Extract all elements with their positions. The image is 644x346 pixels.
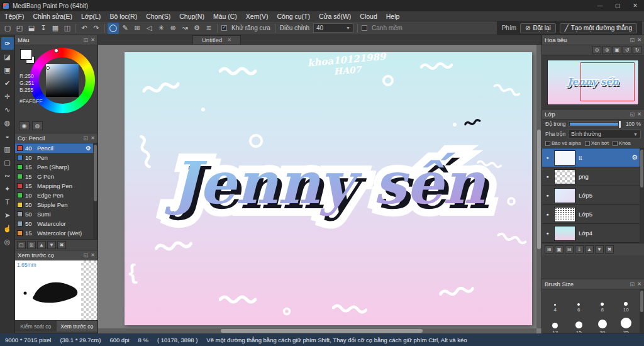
canvas-viewport[interactable]: { khoa10121989 HA07 [98, 45, 541, 333]
menu-edit[interactable]: Chỉnh sửa(E) [29, 11, 77, 21]
menu-layer[interactable]: Lớp(L) [77, 11, 105, 21]
operation-tool-icon[interactable]: ➤ [1, 209, 14, 221]
tab-brush-control[interactable]: Kiểm soát cọ [15, 320, 57, 332]
delete-layer-icon[interactable]: ✖ [605, 245, 614, 254]
float-panel-icon[interactable]: ◱ [84, 252, 89, 258]
close-panel-icon[interactable]: ✕ [91, 135, 95, 141]
float-panel-icon[interactable]: ◱ [630, 111, 635, 117]
lock-checkbox[interactable]: Khóa [613, 140, 631, 146]
layer-row[interactable]: ● Lớp5 [542, 205, 644, 224]
menu-file[interactable]: Tệp(F) [0, 11, 29, 21]
layer-visibility-icon[interactable]: ● [544, 155, 551, 160]
brush-row[interactable]: 15 Watercolor (Wet) [15, 228, 97, 238]
brush-size-option[interactable]: 4 [543, 291, 567, 313]
brush-size-option[interactable]: 6 [567, 291, 591, 313]
color-bar-mode-icon[interactable]: ◍ [32, 121, 43, 130]
brush-tool-icon[interactable]: ✑ [1, 37, 14, 50]
move-brush-up-icon[interactable]: ▲ [37, 241, 46, 249]
draw-line-button[interactable]: ╱ Tạo một đường thẳng [560, 23, 637, 33]
brush-row[interactable]: 15 G Pen [15, 172, 97, 181]
brush-row[interactable]: 50 Stipple Pen [15, 200, 97, 209]
menu-color[interactable]: Màu (C) [209, 11, 242, 21]
snap-parallel-icon[interactable]: ✳ [155, 23, 167, 34]
protect-alpha-checkbox[interactable]: Bảo vệ alpha [545, 140, 581, 146]
fill-tool-icon[interactable]: ◍ [1, 116, 14, 129]
snap-more-icon[interactable]: ≋ [203, 23, 214, 34]
eraser-tool-icon[interactable]: ◪ [1, 50, 14, 63]
save-file-icon[interactable]: ⬓ [26, 23, 37, 34]
brush-size-option[interactable]: 8 [591, 291, 614, 313]
bucket-tool-icon[interactable]: ◒ [1, 130, 14, 142]
color-wheel-mode-icon[interactable]: ◉ [19, 121, 30, 130]
move-tool-icon[interactable]: ✛ [1, 90, 14, 103]
brush-size-value[interactable]: 1.65mm [17, 262, 36, 268]
float-panel-icon[interactable]: ◱ [84, 37, 89, 43]
opacity-slider-thumb[interactable] [618, 120, 621, 128]
layer-row[interactable]: ● tt ⚙ [542, 148, 644, 167]
close-panel-icon[interactable]: ✕ [91, 37, 95, 43]
brush-size-option[interactable]: 12 [543, 313, 567, 333]
brush-size-scrollbar[interactable] [640, 289, 644, 333]
layer-visibility-icon[interactable]: ● [544, 193, 551, 198]
snap-vanishing-icon[interactable]: ⊛ [167, 23, 179, 34]
brush-list-scrollbar[interactable] [93, 143, 97, 239]
brush-size-option[interactable]: 25 [614, 313, 638, 333]
menu-tools[interactable]: Công cụ(T) [272, 11, 314, 21]
maximize-button[interactable]: ▢ [609, 0, 626, 11]
opacity-slider[interactable] [569, 121, 621, 127]
rotate-right-icon[interactable]: ↻ [633, 46, 641, 54]
close-tab-icon[interactable]: ✕ [227, 37, 231, 43]
saturation-indicator[interactable] [46, 66, 50, 70]
color-saturation-square[interactable] [46, 64, 79, 97]
grid-view-icon[interactable]: ▦ [50, 23, 61, 34]
new-layer-icon[interactable]: ⊞ [545, 245, 553, 254]
close-panel-icon[interactable]: ✕ [91, 252, 95, 258]
adjust-dropdown[interactable]: 40 ▼ [313, 23, 353, 33]
curve-tool-icon[interactable]: ∿ [1, 103, 14, 116]
menu-cloud[interactable]: Cloud [355, 11, 381, 21]
brush-row[interactable]: 15 Mapping Pen [15, 181, 97, 191]
select-tool-icon[interactable]: ▢ [1, 156, 14, 169]
brush-row[interactable]: 50 Watercolor [15, 219, 97, 228]
canvas-horizontal-scrollbar[interactable] [98, 328, 536, 333]
menu-window[interactable]: Cửa sổ(W) [314, 11, 355, 21]
brush-row[interactable]: 10 Pen [15, 153, 97, 162]
rotate-left-icon[interactable]: ↺ [623, 46, 631, 54]
float-panel-icon[interactable]: ◱ [84, 135, 89, 141]
circle-tool-icon[interactable]: ◯ [108, 23, 119, 34]
snap-settings-icon[interactable]: ⚙ [191, 23, 203, 34]
brush-row[interactable]: 10 Edge Pen [15, 191, 97, 200]
layer-row[interactable]: ● png [542, 167, 644, 186]
new-folder-icon[interactable]: ▣ [555, 245, 564, 254]
menu-snap[interactable]: Chụp(N) [175, 11, 209, 21]
zoom-tool-icon[interactable]: ◎ [1, 235, 14, 248]
new-brush-icon[interactable]: ▢ [17, 241, 26, 249]
clipping-checkbox[interactable]: Xén bớt [585, 140, 609, 146]
brush-row[interactable]: 15 Pen (Sharp) [15, 162, 97, 172]
brush-settings-icon[interactable]: ⚙ [86, 145, 91, 152]
canvas-artwork[interactable]: { khoa10121989 HA07 [125, 52, 532, 325]
layer-visibility-icon[interactable]: ● [544, 212, 551, 216]
magic-wand-tool-icon[interactable]: ✦ [1, 182, 14, 195]
menu-view[interactable]: Xem(V) [242, 11, 273, 21]
duplicate-brush-icon[interactable]: ⊞ [27, 241, 36, 249]
move-layer-down-icon[interactable]: ▼ [595, 245, 604, 254]
zoom-in-icon[interactable]: ⊕ [602, 46, 611, 54]
undo-icon[interactable]: ↶ [79, 23, 90, 34]
gradient-tool-icon[interactable]: ▥ [1, 143, 14, 155]
soft-edge-checkbox[interactable] [362, 25, 367, 31]
move-layer-up-icon[interactable]: ▲ [585, 245, 594, 254]
tab-brush-preview[interactable]: Xem trước cọ [57, 320, 98, 332]
tab-untitled[interactable]: Untitled ✕ [192, 35, 241, 44]
open-file-icon[interactable]: ◰ [14, 23, 25, 34]
menu-filter[interactable]: Bộ lọc(R) [105, 11, 142, 21]
brush-row[interactable]: 40 Pencil ⚙ [15, 143, 97, 153]
move-brush-down-icon[interactable]: ▼ [47, 241, 56, 249]
hue-indicator[interactable] [54, 48, 58, 53]
workspace-layout-icon[interactable]: ◫ [62, 23, 73, 34]
foreground-color-swatch[interactable] [20, 49, 32, 60]
smudge-tool-icon[interactable]: ▣ [1, 64, 14, 76]
layer-row[interactable]: ● Lớp4 [542, 224, 644, 243]
minimize-button[interactable]: — [591, 0, 609, 11]
layer-visibility-icon[interactable]: ● [544, 231, 551, 235]
